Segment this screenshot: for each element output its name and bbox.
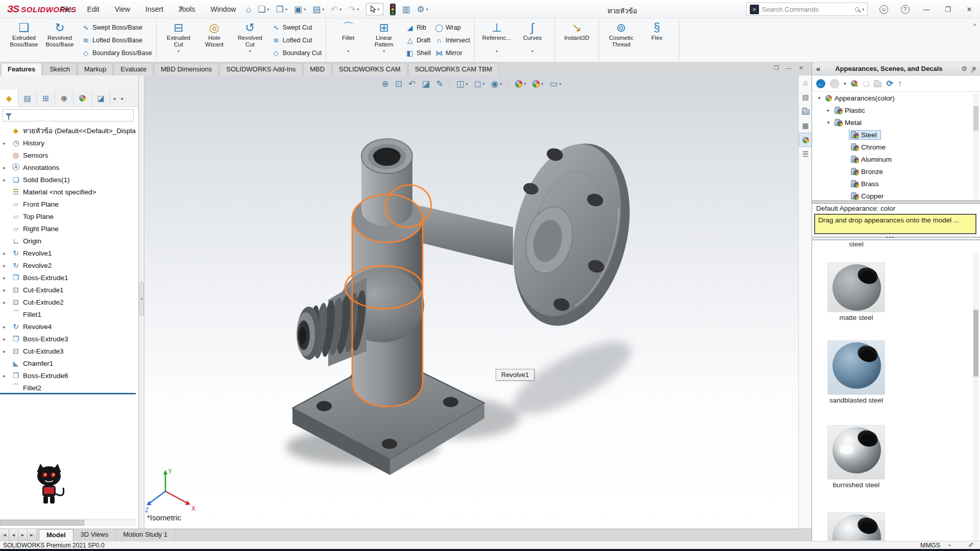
doc-tab-3d-views[interactable]: 3D Views — [74, 529, 116, 541]
tree-filter-box[interactable] — [2, 109, 134, 121]
menu-window[interactable]: Window — [210, 5, 236, 13]
tabs-scroll-right-button[interactable]: ▸ — [118, 90, 127, 107]
expander-icon[interactable]: ▸ — [3, 299, 11, 305]
lofted-boss-base-button[interactable]: ≋Lofted Boss/Base — [81, 34, 152, 46]
tree-item-cut-extrude1[interactable]: ▸⊡Cut-Extrude1 — [0, 284, 139, 296]
expander-icon[interactable]: ▸ — [3, 373, 11, 379]
tree-item-chamfer1[interactable]: ◣Chamfer1 — [0, 357, 139, 369]
appearance-thumb-partial[interactable] — [827, 512, 885, 541]
edit-appearance-button[interactable]: ▾ — [515, 80, 526, 88]
tabs-scroll-left-button[interactable]: ◂ — [110, 90, 118, 107]
linear-pattern-button[interactable]: ⊞Linear Pattern▾ — [368, 18, 400, 62]
flex-button[interactable]: §Flex — [641, 18, 673, 62]
doc-tab-model[interactable]: Model — [39, 529, 74, 541]
menu-file[interactable]: File — [60, 5, 72, 13]
extruded-cut-caret-icon[interactable]: ▾ — [178, 49, 180, 54]
dynamic-annotation-views-button[interactable]: ✎ — [436, 79, 443, 89]
appearance-node-steel[interactable]: Steel — [812, 129, 974, 141]
view-orientation-button[interactable]: ◫▾ — [456, 79, 468, 89]
forward-button[interactable]: → — [830, 79, 839, 88]
copy-appearance-button[interactable]: ❏ — [863, 80, 870, 88]
zoom-to-area-button[interactable]: ⊡ — [395, 79, 402, 89]
refresh-button[interactable]: ⟳ — [886, 79, 893, 88]
up-one-level-button[interactable]: ↑ — [898, 79, 902, 88]
main-cylinder[interactable] — [328, 194, 424, 407]
revolved-cut-button[interactable]: ↺Revolved Cut▾ — [234, 18, 266, 62]
new-document-caret-icon[interactable]: ▾ — [267, 7, 270, 12]
print-button[interactable]: ▤▾ — [312, 5, 324, 14]
open-folder-button[interactable] — [874, 80, 881, 87]
tab-solidworks-cam-tbm[interactable]: SOLIDWORKS CAM TBM — [408, 63, 499, 76]
tree-item-sensors[interactable]: ◎Sensors — [0, 149, 139, 161]
thumbnails-scrollbar[interactable] — [973, 252, 979, 541]
scrollbar-thumb[interactable] — [0, 520, 84, 525]
appearance-node-bronze[interactable]: Bronze — [812, 165, 974, 178]
hide-show-items-caret-icon[interactable]: ▾ — [500, 82, 502, 86]
search-input[interactable] — [762, 6, 852, 13]
undo-button[interactable]: ↶▾ — [331, 5, 341, 14]
appearance-thumb-sandblasted-steel[interactable]: sandblasted steel — [827, 340, 885, 404]
appearance-node-brass[interactable]: Brass — [812, 178, 974, 190]
restore-button[interactable]: ❐ — [937, 6, 959, 13]
tree-item-annotations[interactable]: ▸ⒶAnnotations — [0, 161, 139, 173]
options-gear-caret-icon[interactable]: ▾ — [426, 7, 428, 12]
view-palette-tab[interactable]: ▦ — [799, 118, 812, 133]
draft-button[interactable]: △Draft — [405, 34, 431, 46]
appearances-scenes-decals-tab[interactable] — [799, 133, 812, 147]
horizontal-scrollbar[interactable] — [0, 519, 136, 526]
undo-caret-icon[interactable]: ▾ — [339, 7, 341, 12]
tab-mbd-dimensions[interactable]: MBD Dimensions — [154, 63, 218, 76]
fillet-caret-icon[interactable]: ▾ — [347, 49, 349, 54]
dimxpertmanager-tab[interactable]: ⊕ — [55, 90, 74, 107]
expander-icon[interactable]: ▸ — [3, 336, 11, 342]
view-settings-caret-icon[interactable]: ▾ — [559, 82, 561, 86]
tab-mbd[interactable]: MBD — [303, 63, 331, 76]
boundary-boss-base-button[interactable]: ◇Boundary Boss/Base — [81, 46, 152, 59]
filter-input[interactable] — [15, 112, 133, 119]
tab-solidworks-cam[interactable]: SOLIDWORKS CAM — [332, 63, 407, 76]
forward-history-button[interactable]: ▾ — [844, 81, 846, 86]
rebuild-traffic-light-button[interactable] — [390, 4, 396, 15]
curves-button[interactable]: ∫Curves▾ — [516, 18, 549, 62]
tree-item-cut-extrude2[interactable]: ▸⊡Cut-Extrude2 — [0, 296, 139, 308]
appearance-node-aluminum[interactable]: Aluminum — [812, 153, 974, 165]
scrollbar-thumb[interactable] — [973, 106, 978, 131]
expander-icon[interactable]: ▸ — [3, 348, 11, 354]
menu-view[interactable]: View — [115, 5, 130, 13]
open-document-button[interactable]: ❒▾ — [276, 5, 287, 14]
tree-item-boss-extrude1[interactable]: ▸❐Boss-Extrude1 — [0, 271, 139, 284]
rollback-bar[interactable] — [0, 393, 136, 394]
appearance-node-chrome[interactable]: Chrome — [812, 141, 974, 153]
task-pane-options-gear-icon[interactable]: ⚙ — [961, 65, 967, 72]
expander-icon[interactable]: ▸ — [3, 165, 11, 170]
appearance-node-copper[interactable]: Copper — [812, 190, 974, 201]
tab-solidworks-add-ins[interactable]: SOLIDWORKS Add-Ins — [219, 63, 302, 76]
lofted-cut-button[interactable]: ≋Lofted Cut — [271, 34, 322, 46]
previous-tab-button[interactable]: ◀ — [9, 529, 18, 541]
close-button[interactable]: ✕ — [959, 6, 980, 13]
propertymanager-tab[interactable]: ▤ — [18, 90, 37, 107]
pane-splitter[interactable]: ▴▴▴ — [812, 237, 980, 240]
options-gear-button[interactable]: ⚙▾ — [417, 5, 428, 14]
appearance-node-plastic[interactable]: ▸Plastic — [812, 104, 974, 116]
configurationmanager-tab[interactable]: ⊞ — [37, 90, 55, 107]
mirror-button[interactable]: ⋈Mirror — [434, 46, 470, 59]
user-account-button[interactable]: ☺ — [873, 5, 894, 14]
displaymanager-tab[interactable] — [74, 90, 92, 107]
menu-edit[interactable]: Edit — [87, 5, 100, 13]
instant3d-button[interactable]: ↘Instant3D — [560, 18, 593, 62]
tree-item-boss-extrude3[interactable]: ▸❐Boss-Extrude3 — [0, 333, 139, 345]
reference-geometry-caret-icon[interactable]: ▾ — [496, 49, 498, 54]
rib-button[interactable]: ◢Rib — [405, 21, 431, 34]
swept-boss-base-button[interactable]: ∿Swept Boss/Base — [81, 21, 152, 34]
extruded-boss-base-button[interactable]: ❑Extruded Boss/Base — [8, 18, 40, 62]
solidworks-resources-tab[interactable]: ⌂ — [799, 76, 812, 90]
tree-item-origin[interactable]: ∟Origin — [0, 235, 139, 247]
units-badge[interactable]: MMGS — [920, 542, 940, 549]
view-orientation-caret-icon[interactable]: ▾ — [466, 82, 468, 86]
expander-icon[interactable]: ▸ — [3, 140, 11, 146]
next-tab-button[interactable]: ▶ — [18, 529, 28, 541]
curves-caret-icon[interactable]: ▾ — [531, 49, 533, 54]
extruded-cut-button[interactable]: ⊟Extruded Cut▾ — [162, 18, 195, 62]
save-button[interactable]: ▣▾ — [294, 5, 306, 14]
